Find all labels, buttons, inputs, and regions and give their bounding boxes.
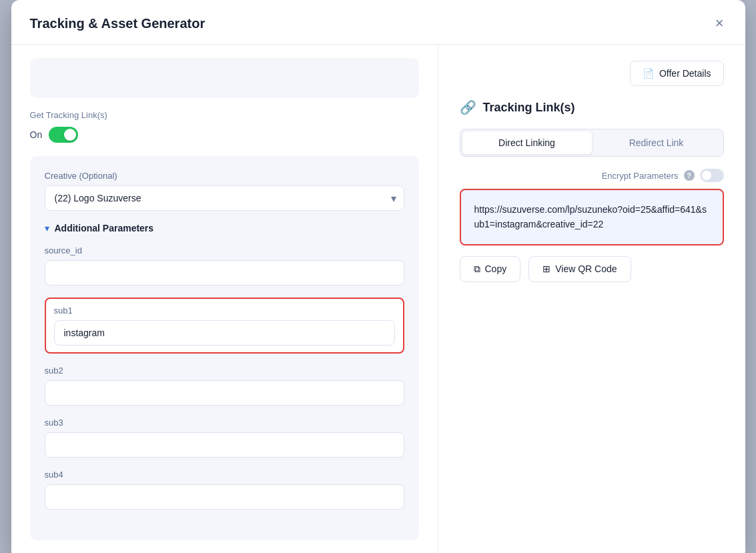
- top-card-partial: [30, 58, 419, 98]
- creative-label: Creative (Optional): [45, 171, 404, 181]
- toggle-row: On: [30, 127, 419, 143]
- action-row: ⧉ Copy ⊞ View QR Code: [460, 256, 724, 282]
- left-panel: Get Tracking Link(s) On Creative (Option…: [11, 45, 438, 553]
- sub4-group: sub4: [45, 470, 404, 510]
- copy-button[interactable]: ⧉ Copy: [460, 256, 521, 282]
- sub4-input[interactable]: [45, 484, 404, 510]
- tab-row: Direct Linking Redirect Link: [460, 129, 724, 157]
- link-icon: 🔗: [460, 99, 476, 115]
- close-button[interactable]: ×: [713, 13, 727, 33]
- sub1-label: sub1: [54, 306, 395, 316]
- source-id-group: source_id: [45, 245, 404, 286]
- sub2-group: sub2: [45, 366, 404, 406]
- copy-icon: ⧉: [474, 263, 480, 275]
- offer-details-label: Offer Details: [659, 68, 711, 79]
- sub3-input[interactable]: [45, 432, 404, 458]
- tracking-toggle[interactable]: [49, 127, 78, 143]
- qr-icon: ⊞: [542, 263, 550, 274]
- qr-label: View QR Code: [555, 263, 617, 274]
- chevron-down-icon: ▾: [45, 223, 49, 233]
- tab-direct-linking[interactable]: Direct Linking: [462, 131, 592, 154]
- modal: Tracking & Asset Generator × Get Trackin…: [11, 0, 745, 553]
- sub3-label: sub3: [45, 418, 404, 428]
- source-id-input[interactable]: [45, 260, 404, 286]
- sub3-group: sub3: [45, 418, 404, 458]
- modal-header: Tracking & Asset Generator ×: [11, 0, 745, 45]
- encrypt-row: Encrypt Parameters ?: [460, 169, 724, 182]
- modal-title: Tracking & Asset Generator: [30, 16, 206, 31]
- creative-select[interactable]: (22) Logo Suzuverse: [45, 185, 404, 211]
- encrypt-label: Encrypt Parameters: [602, 171, 679, 181]
- sub4-label: sub4: [45, 470, 404, 480]
- sub2-label: sub2: [45, 366, 404, 376]
- modal-body: Get Tracking Link(s) On Creative (Option…: [11, 45, 745, 553]
- creative-group: Creative (Optional) (22) Logo Suzuverse: [45, 171, 404, 211]
- source-id-label: source_id: [45, 245, 404, 255]
- form-card: Creative (Optional) (22) Logo Suzuverse …: [30, 156, 419, 540]
- help-icon[interactable]: ?: [684, 170, 695, 181]
- get-tracking-label: Get Tracking Link(s): [30, 110, 419, 120]
- tracking-links-title: 🔗 Tracking Link(s): [460, 99, 724, 115]
- copy-label: Copy: [485, 263, 507, 274]
- view-qr-button[interactable]: ⊞ View QR Code: [528, 256, 631, 282]
- toggle-on-label: On: [30, 129, 43, 140]
- tracking-links-heading: Tracking Link(s): [483, 101, 575, 115]
- creative-select-wrapper: (22) Logo Suzuverse: [45, 185, 404, 211]
- tab-redirect-link[interactable]: Redirect Link: [592, 131, 721, 154]
- additional-params-header: ▾ Additional Parameters: [45, 223, 404, 233]
- sub2-input[interactable]: [45, 380, 404, 406]
- tracking-links-section: 🔗 Tracking Link(s) Direct Linking Redire…: [460, 99, 724, 543]
- encrypt-toggle[interactable]: [700, 169, 724, 182]
- document-icon: 📄: [643, 68, 654, 79]
- right-panel: 📄 Offer Details 🔗 Tracking Link(s) Direc…: [438, 45, 745, 553]
- additional-params-title: Additional Parameters: [55, 223, 154, 233]
- sub1-group: sub1: [45, 298, 404, 354]
- tracking-url-display: https://suzuverse.com/lp/suzuneko?oid=25…: [460, 189, 724, 245]
- sub1-input[interactable]: [54, 320, 395, 346]
- offer-details-button[interactable]: 📄 Offer Details: [630, 61, 724, 86]
